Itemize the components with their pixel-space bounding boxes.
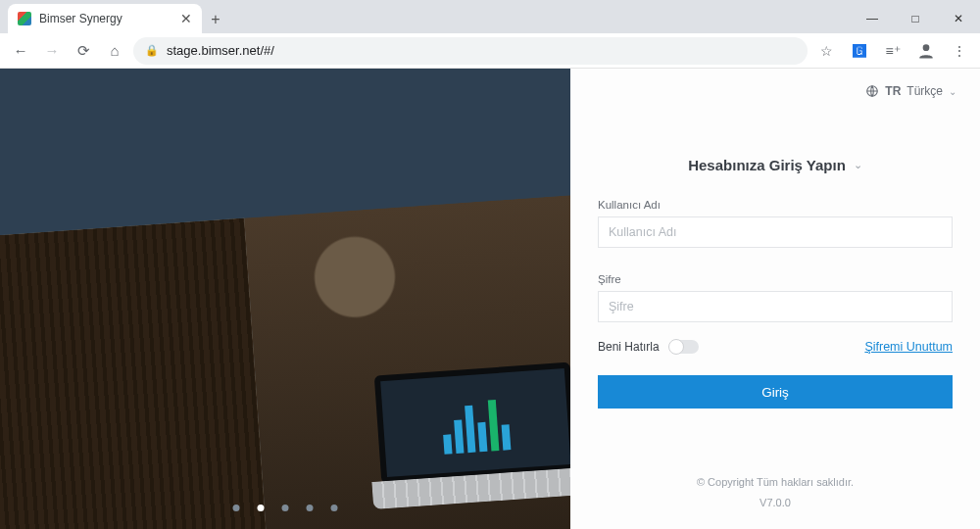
nav-home-button[interactable]: ⌂ (102, 38, 127, 64)
laptop-illustration (365, 361, 570, 513)
chevron-down-icon: ⌄ (854, 159, 862, 171)
url-text: stage.bimser.net/#/ (167, 43, 274, 58)
footer: © Copyright Tüm hakları saklıdır. V7.0.0 (598, 472, 953, 519)
window-maximize-button[interactable]: □ (894, 4, 937, 33)
remember-me-label: Beni Hatırla (598, 340, 660, 354)
nav-forward-button[interactable]: → (39, 38, 65, 64)
login-heading[interactable]: Hesabınıza Giriş Yapın ⌄ (598, 157, 953, 173)
copyright-text: © Copyright Tüm hakları saklıdır. (598, 472, 953, 493)
nav-reload-button[interactable]: ⟳ (71, 38, 96, 64)
tab-title: Bimser Synergy (39, 12, 172, 25)
forgot-password-link[interactable]: Şifremi Unuttum (864, 340, 953, 354)
login-button[interactable]: Giriş (598, 375, 953, 409)
carousel-dot[interactable] (282, 505, 289, 511)
remember-me: Beni Hatırla (598, 340, 699, 354)
carousel-dots (233, 505, 338, 511)
username-input[interactable] (598, 216, 953, 248)
svg-point-0 (923, 44, 930, 51)
login-heading-text: Hesabınıza Giriş Yapın (688, 157, 846, 173)
address-bar[interactable]: 🔒 stage.bimser.net/#/ (133, 37, 808, 65)
lock-icon: 🔒 (145, 44, 159, 57)
reading-list-icon[interactable]: ≡⁺ (880, 38, 906, 64)
globe-icon (865, 84, 879, 98)
version-text: V7.0.0 (598, 493, 953, 513)
browser-tab[interactable]: Bimser Synergy ✕ (8, 4, 202, 33)
hero-carousel (0, 69, 570, 529)
favicon-icon (18, 12, 31, 25)
hero-image (0, 69, 570, 529)
new-tab-button[interactable]: + (202, 6, 229, 33)
kebab-menu-icon[interactable]: ⋮ (947, 38, 972, 64)
carousel-dot[interactable] (331, 505, 338, 511)
profile-icon[interactable] (913, 38, 939, 64)
carousel-dot[interactable] (258, 505, 265, 511)
browser-tab-strip: Bimser Synergy ✕ + — □ ✕ (0, 0, 980, 33)
nav-back-button[interactable]: ← (8, 38, 33, 64)
tab-close-icon[interactable]: ✕ (180, 11, 192, 26)
window-controls: — □ ✕ (851, 4, 980, 33)
remember-me-toggle[interactable] (669, 340, 699, 354)
language-code: TR (885, 84, 901, 98)
username-label: Kullanıcı Adı (598, 199, 953, 211)
login-panel: TR Türkçe ⌄ Hesabınıza Giriş Yapın ⌄ Kul… (570, 69, 980, 529)
language-selector[interactable]: TR Türkçe ⌄ (865, 84, 956, 98)
page-content: TR Türkçe ⌄ Hesabınıza Giriş Yapın ⌄ Kul… (0, 69, 980, 529)
window-minimize-button[interactable]: — (851, 4, 894, 33)
chevron-down-icon: ⌄ (949, 86, 956, 97)
window-close-button[interactable]: ✕ (937, 4, 980, 33)
password-input[interactable] (598, 291, 953, 322)
translate-icon[interactable]: 🅶 (847, 38, 872, 64)
password-label: Şifre (598, 273, 953, 285)
browser-toolbar: ← → ⟳ ⌂ 🔒 stage.bimser.net/#/ ☆ 🅶 ≡⁺ ⋮ (0, 33, 980, 69)
star-icon[interactable]: ☆ (813, 38, 839, 64)
carousel-dot[interactable] (233, 505, 240, 511)
language-name: Türkçe (906, 84, 943, 98)
carousel-dot[interactable] (307, 505, 314, 511)
